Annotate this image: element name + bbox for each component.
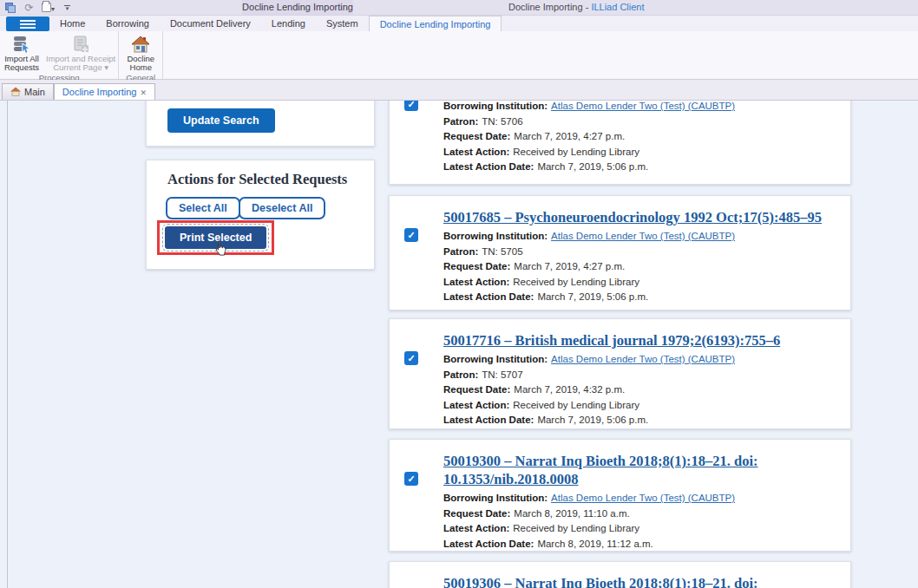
- field-label: Latest Action Date:: [443, 539, 534, 549]
- contextual-tab-caption: Docline Lending Importing: [242, 0, 353, 15]
- field-label: Patron:: [443, 369, 478, 380]
- ribbon-tab-lending[interactable]: Lending: [261, 16, 316, 31]
- document-tab-strip: Main Docline Importing: [0, 80, 918, 101]
- field-label: Request Date:: [443, 384, 510, 395]
- receipt-icon: [70, 34, 91, 55]
- institution-link[interactable]: Atlas Demo Lender Two (Test) (CAUBTP): [551, 231, 735, 241]
- new-folder-icon[interactable]: [42, 1, 55, 14]
- field-label: Borrowing Institution:: [443, 231, 548, 241]
- illiad-client-window: ⟳ Docline Lending Importing Docline Impo…: [0, 0, 918, 588]
- update-search-button[interactable]: Update Search: [167, 108, 275, 133]
- request-date-value: March 7, 2019, 4:27 p.m.: [514, 261, 625, 271]
- print-selected-highlight: Print Selected: [157, 220, 274, 255]
- field-label: Patron:: [443, 116, 478, 127]
- ribbon-group-general: DoclineHome General: [119, 31, 163, 79]
- request-date-value: March 7, 2019, 4:32 p.m.: [514, 384, 625, 395]
- hamburger-menu-icon[interactable]: [6, 16, 49, 31]
- search-panel: Update Search: [146, 101, 375, 147]
- field-label: Request Date:: [443, 508, 510, 519]
- request-title-link[interactable]: 50017685 – Psychoneuroendocrinology 1992…: [443, 208, 833, 226]
- ribbon-group-processing: Import AllRequests Import and Rece: [0, 31, 119, 79]
- field-label: Request Date:: [443, 261, 510, 271]
- field-label: Borrowing Institution:: [443, 493, 548, 503]
- patron-value: TN: 5705: [482, 246, 522, 257]
- tab-docline-importing-label: Docline Importing: [62, 87, 137, 97]
- ribbon-tab-home[interactable]: Home: [49, 16, 95, 31]
- field-label: Request Date:: [443, 131, 510, 141]
- request-checkbox[interactable]: [404, 472, 418, 486]
- docline-home-button[interactable]: DoclineHome: [119, 33, 162, 73]
- ribbon-tab-docline-lending-importing[interactable]: Docline Lending Importing: [369, 16, 502, 31]
- request-card: 50017716 – British medical journal 1979;…: [389, 318, 851, 429]
- field-label: Latest Action:: [443, 147, 509, 157]
- ribbon-tab-system[interactable]: System: [316, 16, 369, 31]
- deselect-all-button[interactable]: Deselect All: [239, 197, 325, 219]
- field-label: Latest Action:: [443, 523, 509, 533]
- request-checkbox[interactable]: [404, 228, 418, 242]
- import-and-receipt-current-page-button: Import and ReceiptCurrent Page ▾: [43, 33, 118, 73]
- field-label: Latest Action Date:: [443, 161, 534, 172]
- latest-action-value: Received by Lending Library: [513, 523, 639, 533]
- refresh-icon[interactable]: ⟳: [23, 1, 36, 14]
- latest-action-value: Received by Lending Library: [513, 147, 639, 157]
- patron-value: TN: 5707: [482, 369, 522, 380]
- latest-action-date-value: March 7, 2019, 5:06 p.m.: [537, 291, 648, 302]
- request-card: 50019300 – Narrat Inq Bioeth 2018;8(1):1…: [389, 439, 851, 552]
- request-date-value: March 8, 2019, 11:10 a.m.: [514, 508, 629, 519]
- close-tab-icon[interactable]: [140, 87, 147, 97]
- latest-action-date-value: March 8, 2019, 11:12 a.m.: [537, 539, 652, 549]
- latest-action-value: Received by Lending Library: [513, 277, 639, 287]
- field-label: Patron:: [443, 246, 478, 257]
- docline-importing-page: Update Search Actions for Selected Reque…: [0, 101, 918, 588]
- quick-access-toolbar: ⟳: [3, 1, 74, 14]
- institution-link[interactable]: Atlas Demo Lender Two (Test) (CAUBTP): [551, 101, 735, 111]
- institution-link[interactable]: Atlas Demo Lender Two (Test) (CAUBTP): [551, 493, 735, 503]
- tab-docline-importing[interactable]: Docline Importing: [54, 83, 155, 100]
- title-bar: ⟳ Docline Lending Importing Docline Impo…: [0, 0, 918, 16]
- field-label: Latest Action Date:: [443, 291, 534, 302]
- request-checkbox[interactable]: [404, 101, 418, 111]
- latest-action-value: Received by Lending Library: [513, 400, 639, 410]
- ribbon-tab-borrowing[interactable]: Borrowing: [95, 16, 160, 31]
- tab-main-label: Main: [24, 87, 45, 97]
- request-card: Borrowing Institution:Atlas Demo Lender …: [389, 101, 851, 185]
- request-title-link[interactable]: 50019306 – Narrat Inq Bioeth 2018;8(1):1…: [443, 574, 833, 588]
- request-title-link[interactable]: 50017716 – British medical journal 1979;…: [443, 331, 833, 350]
- field-label: Latest Action Date:: [443, 415, 534, 425]
- ribbon-tab-strip: Home Borrowing Document Delivery Lending…: [0, 16, 918, 31]
- ribbon-tab-document-delivery[interactable]: Document Delivery: [160, 16, 261, 31]
- ribbon: Import AllRequests Import and Rece: [0, 31, 918, 80]
- request-card: 50019306 – Narrat Inq Bioeth 2018;8(1):1…: [389, 561, 851, 588]
- field-label: Borrowing Institution:: [443, 101, 548, 111]
- cursor-pointer-icon: [214, 240, 227, 260]
- import-all-requests-button[interactable]: Import AllRequests: [0, 33, 43, 73]
- request-date-value: March 7, 2019, 4:27 p.m.: [514, 131, 625, 141]
- request-checkbox[interactable]: [404, 351, 418, 365]
- customize-toolbar-icon[interactable]: [61, 1, 74, 14]
- institution-link[interactable]: Atlas Demo Lender Two (Test) (CAUBTP): [551, 354, 735, 364]
- field-label: Latest Action:: [443, 277, 509, 287]
- database-import-icon: [11, 34, 32, 55]
- latest-action-date-value: March 7, 2019, 5:06 p.m.: [537, 161, 648, 172]
- request-card: 50017685 – Psychoneuroendocrinology 1992…: [389, 195, 851, 310]
- actions-panel: Actions for Selected Requests Select All…: [146, 160, 375, 270]
- request-title-link[interactable]: 50019300 – Narrat Inq Bioeth 2018;8(1):1…: [443, 452, 833, 488]
- home-icon: [130, 34, 151, 55]
- tab-main[interactable]: Main: [2, 83, 54, 100]
- app-icon: [3, 1, 16, 14]
- field-label: Borrowing Institution:: [443, 354, 548, 364]
- select-all-button[interactable]: Select All: [166, 197, 240, 219]
- latest-action-date-value: March 7, 2019, 5:06 p.m.: [537, 415, 648, 425]
- actions-panel-title: Actions for Selected Requests: [167, 171, 347, 188]
- patron-value: TN: 5706: [482, 116, 522, 127]
- field-label: Latest Action:: [443, 400, 509, 410]
- window-title: Docline Importing - ILLiad Client: [508, 0, 645, 15]
- main-home-icon: [10, 87, 21, 98]
